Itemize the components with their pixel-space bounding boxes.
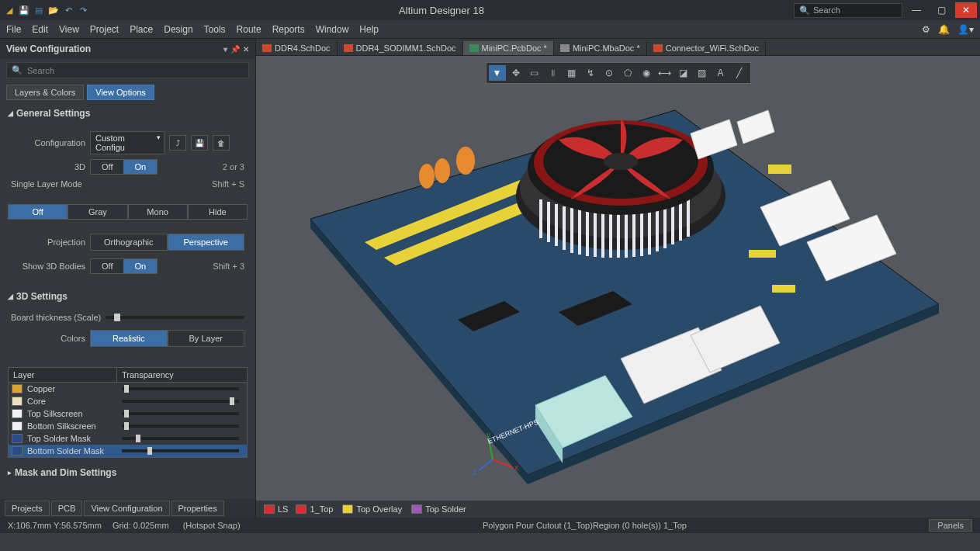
redo-icon[interactable]: ↷ <box>77 4 89 16</box>
tab-layers-colors[interactable]: Layers & Colors <box>6 85 84 100</box>
user-icon[interactable]: 👤▾ <box>957 24 974 35</box>
config-export-icon[interactable]: ⤴ <box>169 135 186 151</box>
svg-point-8 <box>435 158 450 183</box>
bottom-tab-pcb[interactable]: PCB <box>51 501 83 516</box>
mode-mono[interactable]: Mono <box>128 204 188 220</box>
layer-row[interactable]: Bottom Solder Mask <box>9 445 247 457</box>
svg-marker-39 <box>737 110 774 144</box>
svg-rect-46 <box>772 285 795 293</box>
menu-project[interactable]: Project <box>90 24 119 35</box>
menu-view[interactable]: View <box>59 24 79 35</box>
status-snap: (Hotspot Snap) <box>183 521 241 530</box>
doc-tab-label: MiniPC.MbaDoc * <box>573 43 640 53</box>
menu-help[interactable]: Help <box>359 24 379 35</box>
bottom-tab-viewconfig[interactable]: View Configuration <box>84 501 169 516</box>
colors-bylayer[interactable]: By Layer <box>168 330 245 347</box>
layer-swatch <box>12 397 23 406</box>
layer-row[interactable]: Core <box>9 395 247 407</box>
proj-ortho[interactable]: Orthographic <box>90 234 168 251</box>
global-search[interactable]: 🔍 Search <box>794 3 902 18</box>
pcb-3d-render: x y z ETHERNET-HPS <box>264 64 962 498</box>
layer-row[interactable]: Top Silkscreen <box>9 407 247 420</box>
menu-route[interactable]: Route <box>237 24 261 35</box>
transparency-table: Layer Transparency Copper Core Top Silks… <box>8 367 248 458</box>
proj-perspective[interactable]: Perspective <box>168 234 245 251</box>
doc-icon <box>469 44 479 52</box>
menu-design[interactable]: Design <box>164 24 192 35</box>
doc-tab[interactable]: DDR4.SchDoc <box>256 41 338 55</box>
bodies-toggle[interactable]: Off On <box>90 258 158 274</box>
layer-swatch <box>12 434 23 443</box>
bell-icon[interactable]: 🔔 <box>938 24 950 35</box>
menu-tools[interactable]: Tools <box>204 24 226 35</box>
section-mask-dim[interactable]: ▸Mask and Dim Settings <box>0 463 255 483</box>
menu-bar: File Edit View Project Place Design Tool… <box>0 20 980 39</box>
section-general[interactable]: ◢General Settings <box>0 103 255 123</box>
doc-tab[interactable]: Connector_WiFi.SchDoc <box>647 41 766 55</box>
layer-row[interactable]: Bottom Silkscreen <box>9 420 247 432</box>
save-icon[interactable]: 💾 <box>18 4 30 16</box>
colors-realistic[interactable]: Realistic <box>90 330 168 347</box>
doc-tab-label: Connector_WiFi.SchDoc <box>666 43 759 53</box>
svg-rect-17 <box>578 210 581 255</box>
layer-name: Bottom Solder Mask <box>27 446 117 456</box>
config-save-icon[interactable]: 💾 <box>191 135 208 151</box>
3d-viewport[interactable]: ▼ ✥ ▭ ⫴ ▦ ↯ ⊙ ⬠ ◉ ⟷ ◪ ▨ A ╱ <box>256 56 980 501</box>
layer-row[interactable]: Top Solder Mask <box>9 432 247 445</box>
doc-tab[interactable]: DDR4_SODIMM1.SchDoc <box>338 41 463 55</box>
doc-tab[interactable]: MiniPC.PcbDoc * <box>463 41 554 55</box>
mode-off[interactable]: Off <box>8 204 68 220</box>
svg-point-35 <box>604 153 638 170</box>
svg-rect-14 <box>555 204 558 246</box>
transparency-slider[interactable] <box>122 449 239 452</box>
layer-chip[interactable]: 1_Top <box>296 504 333 514</box>
mode-gray[interactable]: Gray <box>68 204 127 220</box>
thickness-slider[interactable] <box>106 316 244 319</box>
menu-file[interactable]: File <box>6 24 21 35</box>
mode-hide[interactable]: Hide <box>188 204 248 220</box>
app-title: Altium Designer 18 <box>89 5 794 16</box>
bottom-tab-properties[interactable]: Properties <box>171 501 224 516</box>
transparency-slider[interactable] <box>122 400 239 403</box>
layer-swatch <box>342 504 353 514</box>
menu-reports[interactable]: Reports <box>272 24 305 35</box>
transparency-slider[interactable] <box>122 437 239 440</box>
config-delete-icon[interactable]: 🗑 <box>213 135 230 151</box>
svg-rect-28 <box>663 206 667 248</box>
single-layer-hint: Shift + S <box>212 179 244 189</box>
layer-chip[interactable]: Top Solder <box>411 504 466 514</box>
bottom-tab-projects[interactable]: Projects <box>5 501 50 516</box>
gear-icon[interactable]: ⚙ <box>922 24 930 35</box>
tab-view-options[interactable]: View Options <box>87 85 154 100</box>
layer-swatch <box>296 504 306 514</box>
transparency-slider[interactable] <box>122 425 239 428</box>
menu-window[interactable]: Window <box>316 24 349 35</box>
config-dropdown[interactable]: Custom Configu <box>90 131 164 154</box>
3d-toggle[interactable]: Off On <box>90 159 158 175</box>
menu-place[interactable]: Place <box>130 24 153 35</box>
doc-tab-label: DDR4.SchDoc <box>275 43 331 53</box>
menu-edit[interactable]: Edit <box>32 24 48 35</box>
save-all-icon[interactable]: ▤ <box>33 4 45 16</box>
open-icon[interactable]: 📂 <box>47 4 60 16</box>
panel-pin-icon[interactable]: 📌 <box>230 45 240 54</box>
svg-text:z: z <box>473 468 476 476</box>
svg-rect-45 <box>749 250 776 258</box>
layer-row[interactable]: Copper <box>9 383 247 395</box>
doc-tab[interactable]: MiniPC.MbaDoc * <box>554 41 647 55</box>
3d-hint: 2 or 3 <box>223 162 244 172</box>
section-3d[interactable]: ◢3D Settings <box>0 286 255 307</box>
panels-button[interactable]: Panels <box>929 519 972 532</box>
minimize-button[interactable]: — <box>906 2 927 18</box>
undo-icon[interactable]: ↶ <box>62 4 74 16</box>
svg-rect-25 <box>640 211 643 256</box>
panel-dropdown-icon[interactable]: ▾ <box>223 45 227 54</box>
transparency-slider[interactable] <box>122 387 239 390</box>
layer-set[interactable]: LS <box>264 504 288 514</box>
layer-chip[interactable]: Top Overlay <box>342 504 402 514</box>
transparency-slider[interactable] <box>122 412 239 415</box>
panel-close-icon[interactable]: ✕ <box>243 45 249 54</box>
maximize-button[interactable]: ▢ <box>930 2 952 18</box>
close-button[interactable]: ✕ <box>955 2 977 18</box>
panel-search[interactable]: 🔍 Search <box>6 62 249 78</box>
